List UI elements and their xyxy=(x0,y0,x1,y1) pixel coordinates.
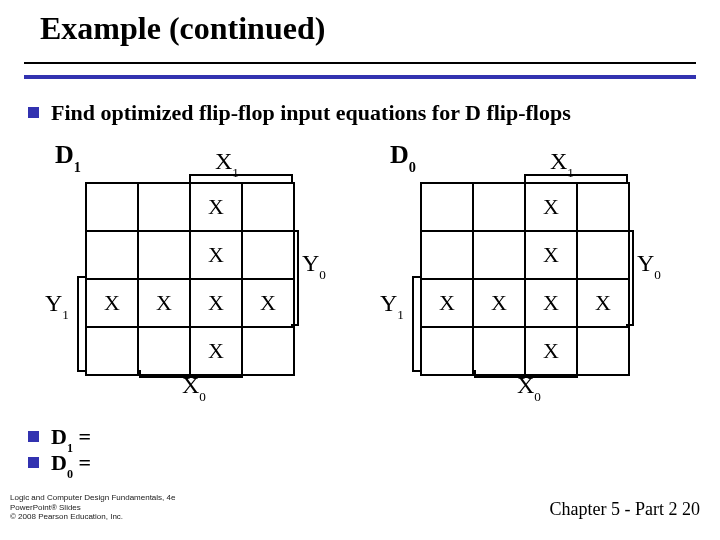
cell xyxy=(577,327,629,375)
cell xyxy=(138,231,190,279)
bullet-eq-d0: D0 = xyxy=(28,450,91,479)
cell xyxy=(86,231,138,279)
kmap-grid: X X X X X X X xyxy=(85,182,295,376)
bracket-top xyxy=(189,174,293,182)
cell xyxy=(138,183,190,231)
cell xyxy=(473,327,525,375)
cell xyxy=(242,183,294,231)
footer-attribution: Logic and Computer Design Fundamentals, … xyxy=(10,493,175,522)
footer-line: PowerPoint® Slides xyxy=(10,503,175,513)
cell: X xyxy=(525,327,577,375)
cell: X xyxy=(86,279,138,327)
slide-title: Example (continued) xyxy=(40,10,325,47)
cell xyxy=(242,327,294,375)
bullet-main: Find optimized flip-flop input equations… xyxy=(28,100,688,126)
cell xyxy=(577,231,629,279)
cell: X xyxy=(190,231,242,279)
kmap-d0: D0 X1 Y0 Y1 X0 X X xyxy=(410,140,670,410)
bullet-square-icon xyxy=(28,457,39,468)
d-label: D0 xyxy=(390,140,416,173)
cell xyxy=(421,231,473,279)
footer-page: Chapter 5 - Part 2 20 xyxy=(550,499,700,520)
cell xyxy=(473,231,525,279)
cell: X xyxy=(138,279,190,327)
bullet-main-text: Find optimized flip-flop input equations… xyxy=(51,100,571,126)
bracket-left xyxy=(412,276,420,372)
eq-d1: D1 = xyxy=(51,424,91,453)
cell: X xyxy=(190,327,242,375)
kmap-d1: D1 X1 Y0 Y1 X0 X X xyxy=(75,140,335,410)
y0-label: Y0 xyxy=(637,250,661,281)
cell xyxy=(138,327,190,375)
cell: X xyxy=(190,183,242,231)
y1-label: Y1 xyxy=(380,290,404,321)
cell xyxy=(473,183,525,231)
cell xyxy=(577,183,629,231)
cell: X xyxy=(525,183,577,231)
divider-thick xyxy=(24,75,696,79)
slide: Example (continued) Find optimized flip-… xyxy=(0,0,720,540)
cell: X xyxy=(421,279,473,327)
bracket-top xyxy=(524,174,628,182)
cell: X xyxy=(577,279,629,327)
cell: X xyxy=(525,279,577,327)
cell xyxy=(421,327,473,375)
cell xyxy=(86,327,138,375)
cell: X xyxy=(242,279,294,327)
cell: X xyxy=(525,231,577,279)
cell xyxy=(242,231,294,279)
bullet-square-icon xyxy=(28,107,39,118)
bullet-square-icon xyxy=(28,431,39,442)
divider-thin xyxy=(24,62,696,64)
cell xyxy=(86,183,138,231)
cell: X xyxy=(190,279,242,327)
cell: X xyxy=(473,279,525,327)
d-label: D1 xyxy=(55,140,81,173)
cell xyxy=(421,183,473,231)
bracket-left xyxy=(77,276,85,372)
eq-d0: D0 = xyxy=(51,450,91,479)
y0-label: Y0 xyxy=(302,250,326,281)
bullet-eq-d1: D1 = xyxy=(28,424,91,453)
footer-line: Logic and Computer Design Fundamentals, … xyxy=(10,493,175,503)
y1-label: Y1 xyxy=(45,290,69,321)
kmap-grid: X X X X X X X xyxy=(420,182,630,376)
footer-line: © 2008 Pearson Education, Inc. xyxy=(10,512,175,522)
